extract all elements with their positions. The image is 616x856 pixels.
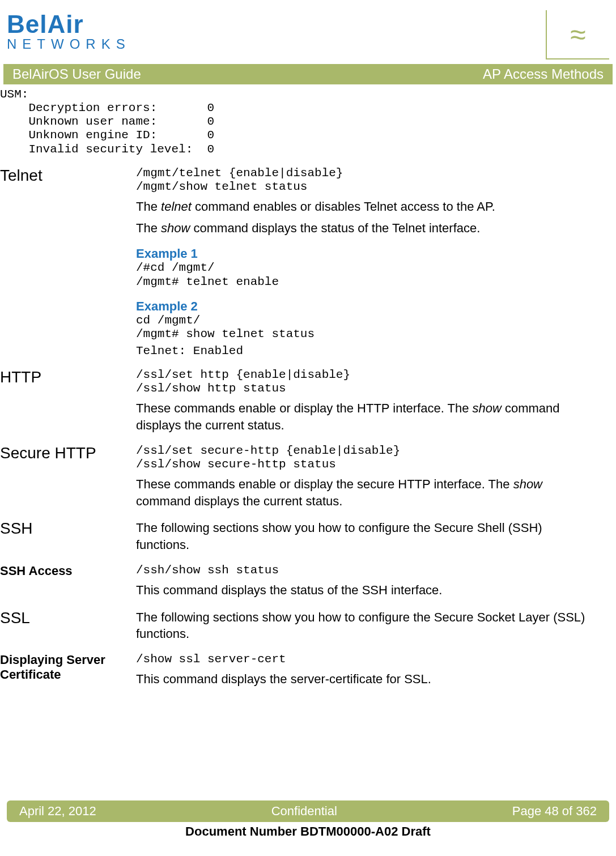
telnet-example-2: cd /mgmt/ /mgmt# show telnet status [136, 314, 593, 341]
telnet-desc-1: The telnet command enables or disables T… [136, 198, 593, 215]
http-desc: These commands enable or display the HTT… [136, 400, 593, 433]
secure-http-command: /ssl/set secure-http {enable|disable} /s… [136, 444, 593, 471]
telnet-command: /mgmt/telnet {enable|disable} /mgmt/show… [136, 167, 593, 194]
usm-output: USM: Decryption errors: 0 Unknown user n… [0, 88, 593, 156]
guide-title: BelAirOS User Guide [12, 66, 141, 82]
ssl-desc: The following sections show you how to c… [136, 609, 593, 642]
page-header: BelAir NETWORKS ≈ [0, 0, 616, 59]
ssl-heading: SSL [0, 609, 136, 627]
logo: BelAir NETWORKS [7, 10, 131, 52]
logo-subtitle: NETWORKS [7, 36, 131, 52]
telnet-desc-2: The show command displays the status of … [136, 220, 593, 237]
ssh-desc: The following sections show you how to c… [136, 519, 593, 553]
footer-date: April 22, 2012 [19, 804, 96, 819]
footer-confidential: Confidential [271, 804, 337, 819]
ssh-access-command: /ssh/show ssh status [136, 564, 593, 577]
brand-icon: ≈ [546, 10, 609, 59]
telnet-example-2-heading: Example 2 [136, 299, 593, 314]
ssh-heading: SSH [0, 519, 136, 538]
ssh-access-heading: SSH Access [0, 564, 136, 578]
footer-bar: April 22, 2012 Confidential Page 48 of 3… [7, 800, 609, 822]
swoosh-icon: ≈ [570, 26, 585, 43]
telnet-example-2-output: Telnet: Enabled [136, 344, 593, 358]
telnet-example-1: /#cd /mgmt/ /mgmt# telnet enable [136, 261, 593, 288]
ssh-access-desc: This command displays the status of the … [136, 582, 593, 599]
page-footer: April 22, 2012 Confidential Page 48 of 3… [0, 800, 616, 839]
server-cert-command: /show ssl server-cert [136, 653, 593, 666]
telnet-heading: Telnet [0, 167, 136, 185]
secure-http-desc: These commands enable or display the sec… [136, 476, 593, 509]
telnet-example-1-heading: Example 1 [136, 246, 593, 261]
server-cert-desc: This command displays the server-certifi… [136, 671, 593, 688]
http-command: /ssl/set http {enable|disable} /ssl/show… [136, 368, 593, 395]
footer-docnumber: Document Number BDTM00000-A02 Draft [0, 824, 616, 839]
logo-name: BelAir [7, 10, 131, 39]
section-title: AP Access Methods [483, 66, 604, 82]
http-heading: HTTP [0, 368, 136, 386]
footer-page: Page 48 of 362 [512, 804, 597, 819]
server-cert-heading: Displaying Server Certificate [0, 653, 136, 682]
title-bar: BelAirOS User Guide AP Access Methods [3, 64, 613, 84]
secure-http-heading: Secure HTTP [0, 444, 136, 462]
